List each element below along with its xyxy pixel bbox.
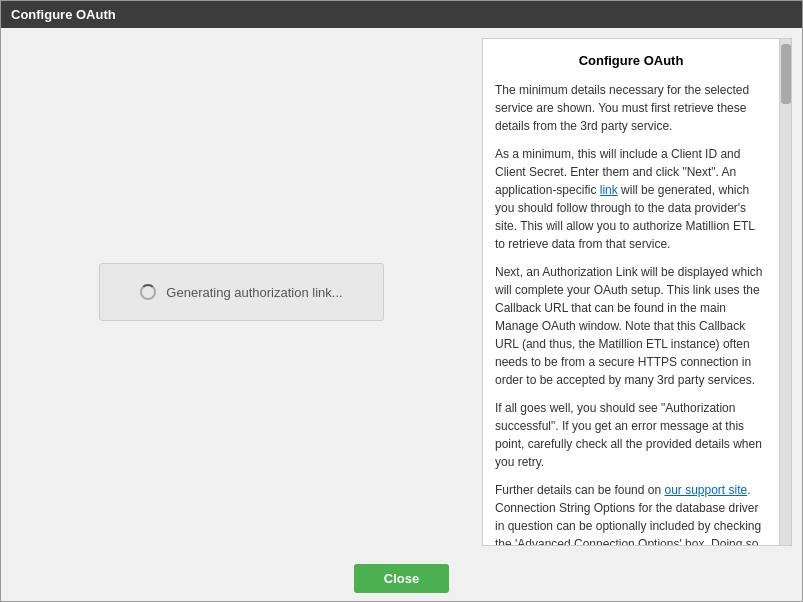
help-paragraph-4: If all goes well, you should see "Author…	[495, 399, 767, 471]
support-site-link[interactable]: our support site	[664, 483, 747, 497]
close-button[interactable]: Close	[354, 564, 449, 593]
right-panel-title: Configure OAuth	[495, 51, 767, 71]
left-panel: Generating authorization link...	[11, 38, 472, 546]
help-paragraph-1: The minimum details necessary for the se…	[495, 81, 767, 135]
footer: Close	[1, 556, 802, 601]
window-title: Configure OAuth	[11, 7, 116, 22]
right-panel[interactable]: Configure OAuth The minimum details nece…	[483, 39, 779, 545]
scrollbar-thumb[interactable]	[781, 44, 791, 104]
loading-spinner	[140, 284, 156, 300]
help-paragraph-3: Next, an Authorization Link will be disp…	[495, 263, 767, 389]
title-bar: Configure OAuth	[1, 1, 802, 28]
configure-oauth-window: Configure OAuth Generating authorization…	[0, 0, 803, 602]
generating-box: Generating authorization link...	[99, 263, 383, 321]
help-paragraph-2: As a minimum, this will include a Client…	[495, 145, 767, 253]
scrollbar-track[interactable]	[779, 39, 791, 545]
content-area: Generating authorization link... Configu…	[1, 28, 802, 556]
link-inline[interactable]: link	[600, 183, 618, 197]
generating-text: Generating authorization link...	[166, 285, 342, 300]
right-panel-wrapper: Configure OAuth The minimum details nece…	[482, 38, 792, 546]
help-paragraph-5: Further details can be found on our supp…	[495, 481, 767, 546]
